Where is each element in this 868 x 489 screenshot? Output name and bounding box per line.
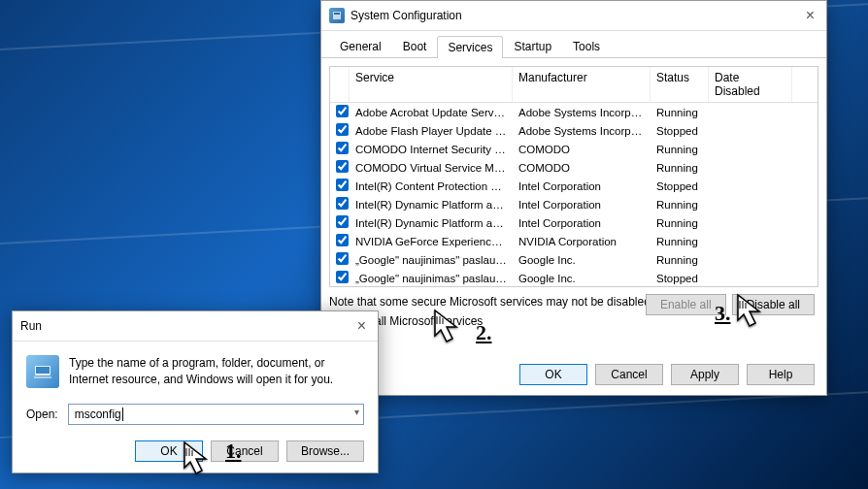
cell-manufacturer: Adobe Systems Incorporated	[513, 124, 651, 138]
cell-status: Running	[651, 161, 709, 175]
cell-manufacturer: Google Inc.	[513, 253, 651, 267]
tab-services[interactable]: Services	[437, 36, 503, 58]
cell-date	[709, 130, 792, 132]
help-button[interactable]: Help	[747, 364, 815, 385]
sysconfig-icon	[329, 8, 345, 23]
cell-service: COMODO Virtual Service Manager	[350, 161, 513, 175]
cell-service: Adobe Flash Player Update Service	[350, 124, 513, 138]
service-checkbox[interactable]	[336, 105, 349, 117]
tab-boot[interactable]: Boot	[392, 35, 438, 57]
run-dialog: Run × Type the name of a program, folder…	[12, 310, 379, 473]
cell-service: Intel(R) Dynamic Platform and T...	[350, 198, 513, 212]
cell-status: Stopped	[651, 124, 709, 138]
close-icon[interactable]: ×	[353, 317, 370, 335]
disable-all-button[interactable]: Disable all	[732, 294, 815, 315]
tab-startup[interactable]: Startup	[503, 35, 562, 57]
run-browse-button[interactable]: Browse...	[286, 440, 364, 462]
svg-rect-3	[36, 367, 50, 374]
run-program-icon	[26, 355, 59, 388]
service-checkbox[interactable]	[336, 252, 349, 265]
open-input[interactable]: msconfig	[68, 404, 364, 425]
table-row[interactable]: NVIDIA GeForce Experience Ser...NVIDIA C…	[330, 232, 818, 250]
service-checkbox[interactable]	[336, 197, 349, 210]
cell-date	[709, 167, 792, 169]
sysconfig-tabs: GeneralBootServicesStartupTools	[321, 31, 826, 58]
col-manufacturer[interactable]: Manufacturer	[513, 67, 651, 102]
table-row[interactable]: Intel(R) Dynamic Platform and T...Intel …	[330, 213, 818, 232]
table-header: Service Manufacturer Status Date Disable…	[330, 67, 818, 103]
run-description: Type the name of a program, folder, docu…	[69, 355, 364, 388]
cell-status: Running	[651, 106, 709, 119]
open-label: Open:	[26, 408, 58, 421]
ok-button[interactable]: OK	[519, 364, 587, 385]
service-checkbox[interactable]	[336, 160, 349, 173]
cell-service: „Google" naujinimas" paslauga (...	[350, 272, 513, 285]
col-service[interactable]: Service	[350, 67, 513, 102]
cell-service: Intel(R) Dynamic Platform and T...	[350, 216, 513, 230]
system-configuration-window: System Configuration × GeneralBootServic…	[320, 0, 827, 396]
table-row[interactable]: Adobe Flash Player Update ServiceAdobe S…	[330, 121, 818, 140]
service-checkbox[interactable]	[336, 215, 349, 228]
cell-date	[709, 222, 792, 224]
cell-date	[709, 148, 792, 150]
table-row[interactable]: COMODO Virtual Service ManagerCOMODORunn…	[330, 158, 818, 177]
cell-date	[709, 204, 792, 206]
cell-status: Stopped	[651, 179, 709, 193]
cell-date	[709, 259, 792, 261]
table-row[interactable]: Intel(R) Content Protection HEC...Intel …	[330, 177, 818, 195]
services-table: Service Manufacturer Status Date Disable…	[329, 66, 818, 287]
run-ok-button[interactable]: OK	[135, 440, 203, 462]
cell-service: COMODO Internet Security Help...	[350, 143, 513, 156]
cell-date	[709, 112, 792, 114]
svg-rect-1	[334, 13, 340, 15]
cell-manufacturer: Google Inc.	[513, 272, 651, 285]
cell-service: „Google" naujinimas" paslauga (...	[350, 253, 513, 267]
cell-manufacturer: Adobe Systems Incorporated	[513, 106, 651, 119]
service-checkbox[interactable]	[336, 271, 349, 283]
cell-service: NVIDIA GeForce Experience Ser...	[350, 235, 513, 248]
cell-manufacturer: Intel Corporation	[513, 216, 651, 230]
cell-date	[709, 277, 792, 279]
tab-general[interactable]: General	[329, 35, 392, 57]
cell-service: Intel(R) Content Protection HEC...	[350, 179, 513, 193]
cell-manufacturer: NVIDIA Corporation	[513, 235, 651, 248]
cell-status: Running	[651, 216, 709, 230]
cell-manufacturer: COMODO	[513, 161, 651, 175]
cancel-button[interactable]: Cancel	[595, 364, 663, 385]
apply-button[interactable]: Apply	[671, 364, 739, 385]
table-row[interactable]: Intel(R) Dynamic Platform and T...Intel …	[330, 195, 818, 213]
run-titlebar[interactable]: Run ×	[13, 311, 378, 342]
run-cancel-button[interactable]: Cancel	[211, 440, 279, 462]
cell-status: Running	[651, 198, 709, 212]
cell-manufacturer: Intel Corporation	[513, 198, 651, 212]
cell-service: Adobe Acrobat Update Service	[350, 106, 513, 119]
enable-all-button[interactable]: Enable all	[646, 294, 726, 315]
cell-status: Stopped	[651, 272, 709, 285]
cell-status: Running	[651, 235, 709, 248]
table-row[interactable]: Adobe Acrobat Update ServiceAdobe System…	[330, 103, 818, 121]
cell-manufacturer: COMODO	[513, 143, 651, 156]
cell-status: Running	[651, 143, 709, 156]
table-row[interactable]: COMODO Internet Security Help...COMODORu…	[330, 140, 818, 158]
cell-date	[709, 185, 792, 187]
service-checkbox[interactable]	[336, 142, 349, 154]
table-row[interactable]: „Google" naujinimas" paslauga (...Google…	[330, 250, 818, 269]
sysconfig-titlebar[interactable]: System Configuration ×	[321, 1, 826, 31]
cell-status: Running	[651, 253, 709, 267]
run-title: Run	[20, 319, 353, 333]
cell-date	[709, 241, 792, 243]
service-checkbox[interactable]	[336, 179, 349, 191]
tab-tools[interactable]: Tools	[562, 35, 611, 57]
service-checkbox[interactable]	[336, 234, 349, 246]
cell-manufacturer: Intel Corporation	[513, 179, 651, 193]
sysconfig-title: System Configuration	[351, 9, 802, 22]
close-icon[interactable]: ×	[802, 7, 818, 24]
col-status[interactable]: Status	[651, 67, 709, 102]
col-date-disabled[interactable]: Date Disabled	[709, 67, 792, 102]
open-value: msconfig	[75, 408, 121, 421]
table-row[interactable]: „Google" naujinimas" paslauga (...Google…	[330, 269, 818, 287]
service-checkbox[interactable]	[336, 123, 349, 136]
